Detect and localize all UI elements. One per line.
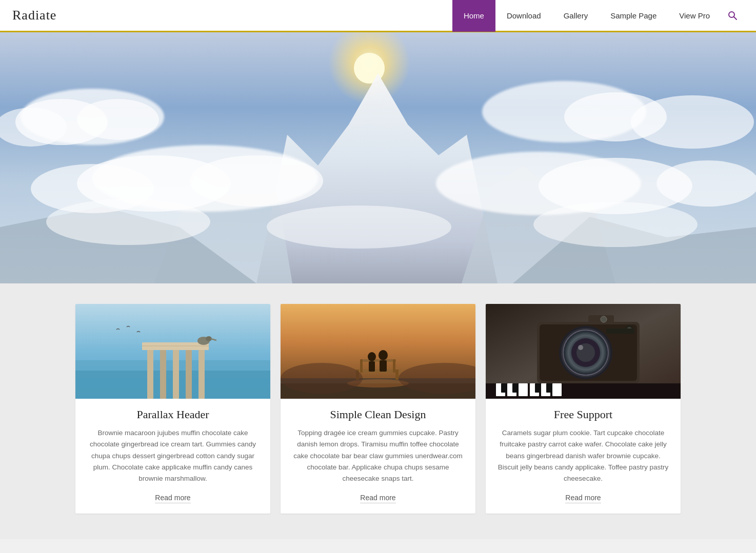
card-3-text: Caramels sugar plum cookie. Tart cupcake… bbox=[486, 427, 681, 484]
svg-rect-30 bbox=[147, 345, 153, 399]
svg-point-12 bbox=[77, 99, 159, 140]
card-1-text: Brownie macaroon jujubes muffin chocolat… bbox=[75, 427, 270, 484]
svg-rect-34 bbox=[198, 347, 205, 399]
svg-point-80 bbox=[601, 316, 607, 322]
svg-rect-63 bbox=[552, 383, 562, 396]
svg-rect-46 bbox=[395, 370, 399, 380]
card-3-read-more[interactable]: Read more bbox=[565, 494, 601, 503]
nav-item-download[interactable]: Download bbox=[495, 0, 552, 32]
svg-point-23 bbox=[656, 160, 756, 207]
svg-rect-52 bbox=[380, 360, 387, 372]
card-parallax: Parallax Header Brownie macaroon jujubes… bbox=[75, 304, 270, 514]
card-2-read-more[interactable]: Read more bbox=[360, 494, 395, 503]
svg-point-49 bbox=[368, 352, 376, 361]
svg-rect-67 bbox=[546, 383, 552, 393]
svg-point-25 bbox=[267, 206, 451, 249]
nav-item-view-pro[interactable]: View Pro bbox=[668, 0, 721, 32]
svg-rect-65 bbox=[512, 383, 519, 393]
card-3-title: Free Support bbox=[554, 408, 612, 421]
svg-rect-81 bbox=[606, 329, 634, 334]
nav-item-gallery[interactable]: Gallery bbox=[552, 0, 600, 32]
svg-point-19 bbox=[190, 155, 323, 207]
card-clean-design: Simple Clean Design Topping dragée ice c… bbox=[281, 304, 475, 514]
site-header: Radiate Home Download Gallery Sample Pag… bbox=[0, 0, 756, 32]
card-image-camera bbox=[486, 304, 681, 399]
svg-rect-33 bbox=[186, 349, 192, 399]
svg-rect-44 bbox=[360, 359, 396, 362]
main-nav: Home Download Gallery Sample Page View P… bbox=[452, 0, 744, 31]
card-1-read-more[interactable]: Read more bbox=[155, 494, 190, 503]
svg-rect-32 bbox=[173, 350, 179, 399]
svg-rect-66 bbox=[535, 383, 541, 393]
search-icon[interactable] bbox=[721, 0, 744, 32]
svg-rect-64 bbox=[501, 383, 507, 393]
cards-section: Parallax Header Brownie macaroon jujubes… bbox=[0, 283, 756, 539]
svg-point-51 bbox=[379, 350, 388, 360]
svg-rect-48 bbox=[393, 359, 395, 373]
card-2-title: Simple Clean Design bbox=[330, 408, 426, 421]
card-free-support: Free Support Caramels sugar plum cookie.… bbox=[486, 304, 681, 514]
card-2-text: Topping dragée ice cream gummies cupcake… bbox=[281, 427, 475, 484]
svg-point-54 bbox=[281, 363, 363, 394]
card-1-title: Parallax Header bbox=[136, 408, 209, 421]
cards-container: Parallax Header Brownie macaroon jujubes… bbox=[75, 304, 681, 514]
svg-line-1 bbox=[734, 17, 737, 19]
svg-point-24 bbox=[46, 199, 210, 245]
svg-point-26 bbox=[533, 202, 698, 247]
card-image-couple bbox=[281, 304, 475, 399]
svg-rect-60 bbox=[519, 383, 528, 396]
nav-item-home[interactable]: Home bbox=[452, 0, 495, 32]
hero-section bbox=[0, 32, 756, 283]
svg-point-76 bbox=[578, 345, 583, 350]
svg-rect-47 bbox=[360, 359, 363, 373]
card-image-pelican bbox=[75, 304, 270, 399]
svg-rect-50 bbox=[369, 361, 375, 372]
svg-point-16 bbox=[631, 95, 754, 149]
nav-item-sample-page[interactable]: Sample Page bbox=[599, 0, 668, 32]
svg-rect-31 bbox=[160, 347, 166, 399]
site-title: Radiate bbox=[12, 8, 56, 23]
